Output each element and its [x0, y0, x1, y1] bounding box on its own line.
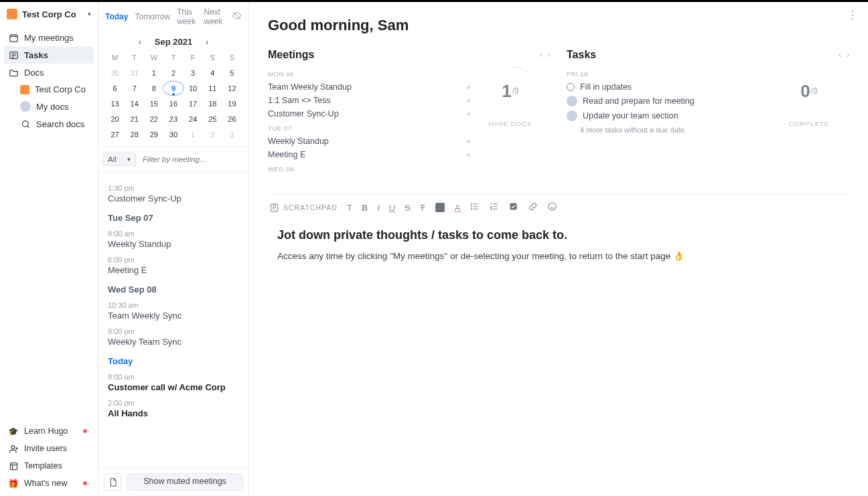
gauge-numerator: 1 [502, 81, 511, 102]
timeline-column: Today Tomorrow This week Next week ‹ Sep… [98, 2, 249, 496]
cal-cell[interactable]: 19 [222, 97, 242, 110]
footer-whatsnew[interactable]: 🎁 What's new [4, 475, 94, 492]
cal-cell[interactable]: 13 [105, 97, 125, 110]
docs-workspace[interactable]: Test Corp Co [16, 81, 94, 98]
cal-cell[interactable]: 28 [125, 128, 144, 141]
event-item[interactable]: Meeting E [108, 265, 239, 275]
cal-cell[interactable]: 27 [105, 128, 125, 141]
cal-day-head: M [105, 52, 125, 64]
cal-cell[interactable]: 22 [144, 112, 163, 126]
cal-cell[interactable]: 2 [163, 66, 183, 80]
cal-cell[interactable]: 10 [184, 82, 203, 95]
meetings-next[interactable]: › [548, 50, 551, 60]
tb-emoji[interactable] [547, 201, 557, 214]
tb-number-list[interactable] [489, 201, 499, 214]
meeting-row[interactable]: 1:1 Sam <> Tess [268, 94, 470, 107]
tb-checkbox[interactable] [508, 201, 518, 214]
nav-label: Learn Hugo [24, 426, 68, 436]
cal-cell[interactable]: 16 [163, 97, 183, 110]
scratchpad-heading[interactable]: Jot down private thoughts / tasks to com… [277, 228, 849, 242]
meeting-row[interactable]: Meeting E [268, 148, 470, 161]
cal-cell[interactable]: 2 [203, 128, 222, 141]
tb-highlight[interactable] [435, 202, 445, 213]
cal-cell[interactable]: 17 [184, 97, 203, 110]
tasks-next[interactable]: › [847, 50, 849, 60]
tb-italic[interactable]: I [377, 203, 380, 213]
cal-cell[interactable]: 29 [144, 128, 163, 141]
tb-strike[interactable]: S [405, 203, 411, 213]
cal-cell[interactable]: 8 [144, 82, 163, 95]
tb-bullet-list[interactable] [469, 201, 480, 214]
task-checkbox-icon[interactable] [567, 83, 575, 91]
cal-cell[interactable]: 30 [163, 128, 183, 141]
cal-cell[interactable]: 12 [222, 82, 242, 95]
tb-clear-format[interactable]: T [420, 203, 425, 213]
event-item[interactable]: Team Weekly Sync [108, 311, 239, 321]
tab-today[interactable]: Today [105, 12, 128, 21]
cal-cell[interactable]: 23 [163, 112, 183, 126]
event-day-header: Wed Sep 08 [108, 284, 239, 295]
more-menu[interactable]: ⋮ [847, 9, 859, 21]
event-item[interactable]: All Hands [108, 408, 239, 418]
task-row[interactable]: Fill in updates [567, 80, 769, 94]
footer-learn[interactable]: 🎓 Learn Hugo [4, 422, 94, 440]
nav-tasks[interactable]: Tasks [4, 46, 94, 64]
tb-text-color[interactable]: A [455, 203, 461, 213]
tab-next-week[interactable]: Next week [204, 7, 225, 26]
cal-cell[interactable]: 7 [125, 82, 144, 95]
event-item[interactable]: Weekly Standup [108, 239, 239, 249]
footer-templates[interactable]: Templates [4, 457, 94, 475]
cal-cell[interactable]: 26 [222, 112, 242, 126]
nav-my-meetings[interactable]: My meetings [4, 29, 94, 46]
tb-text-style[interactable]: T [347, 203, 352, 213]
event-item[interactable]: Weekly Team Sync [108, 337, 239, 347]
task-row[interactable]: Read and prepare for meeting [567, 94, 769, 108]
cal-cell[interactable]: 3 [222, 128, 242, 141]
cal-cell[interactable]: 9 [163, 82, 183, 95]
task-row[interactable]: Update your team section [567, 108, 769, 123]
cal-cell[interactable]: 1 [184, 128, 203, 141]
cal-cell[interactable]: 1 [144, 66, 163, 80]
cal-cell[interactable]: 15 [144, 97, 163, 110]
cal-cell[interactable]: 5 [222, 66, 242, 80]
cal-cell[interactable]: 21 [125, 112, 144, 126]
docs-search[interactable]: Search docs [16, 115, 94, 133]
tab-tomorrow[interactable]: Tomorrow [135, 12, 170, 21]
cal-next[interactable]: › [206, 37, 208, 47]
meeting-row[interactable]: Team Weekly Standup [268, 80, 470, 94]
cal-cell[interactable]: 20 [105, 112, 125, 126]
cal-cell[interactable]: 4 [203, 66, 222, 80]
cal-cell[interactable]: 3 [184, 66, 203, 80]
tb-link[interactable] [528, 201, 538, 214]
tasks-icon [8, 50, 19, 60]
event-list[interactable]: 1:30 pmCustomer Sync-UpTue Sep 078:00 am… [98, 172, 248, 467]
tasks-prev[interactable]: ‹ [839, 50, 841, 60]
cal-cell[interactable]: 30 [105, 66, 125, 80]
tb-bold[interactable]: B [362, 203, 368, 213]
cal-cell[interactable]: 18 [203, 97, 222, 110]
workspace-switcher[interactable]: Test Corp Co ▾ [0, 2, 98, 26]
cal-cell[interactable]: 31 [125, 66, 144, 80]
doc-icon-button[interactable] [104, 473, 121, 491]
cal-cell[interactable]: 14 [125, 97, 144, 110]
event-item[interactable]: Customer call w/ Acme Corp [108, 382, 239, 392]
visibility-icon[interactable] [232, 11, 242, 23]
meeting-row[interactable]: Customer Sync-Up [268, 107, 470, 120]
event-item[interactable]: Customer Sync-Up [108, 193, 239, 203]
cal-cell[interactable]: 25 [203, 112, 222, 126]
footer-invite[interactable]: Invite users [4, 440, 94, 457]
scratchpad-body[interactable]: Access any time by clicking "My meetings… [277, 250, 849, 261]
show-muted-button[interactable]: Show muted meetings [127, 473, 243, 491]
nav-docs[interactable]: Docs [4, 64, 94, 81]
cal-cell[interactable]: 11 [203, 82, 222, 95]
tab-this-week[interactable]: This week [177, 7, 197, 26]
meetings-prev[interactable]: ‹ [540, 50, 542, 60]
tb-underline[interactable]: U [389, 203, 395, 213]
filter-input[interactable] [140, 153, 244, 166]
meeting-row[interactable]: Weekly Standup [268, 135, 470, 148]
filter-select[interactable]: All ▾ [102, 153, 136, 166]
cal-cell[interactable]: 6 [105, 82, 125, 95]
cal-prev[interactable]: ‹ [139, 37, 141, 47]
cal-cell[interactable]: 24 [184, 112, 203, 126]
docs-mine[interactable]: My docs [16, 98, 94, 115]
